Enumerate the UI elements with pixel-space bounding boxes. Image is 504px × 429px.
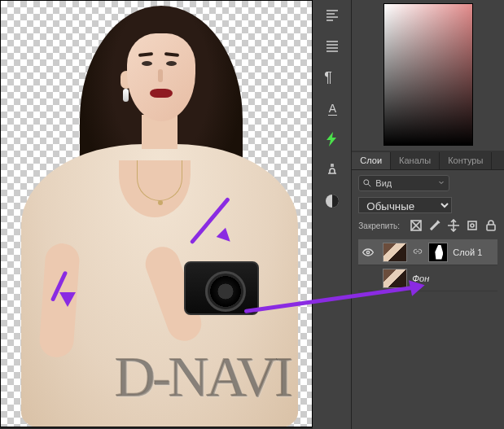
chevron-down-icon	[437, 178, 445, 188]
lock-all-icon[interactable]	[484, 219, 497, 232]
align-icon[interactable]	[313, 0, 352, 31]
mask-thumbnail[interactable]	[428, 243, 448, 262]
layer-name[interactable]: Слой 1	[453, 247, 482, 257]
svg-point-1	[364, 180, 369, 185]
svg-point-4	[471, 224, 474, 227]
character-icon[interactable]: A	[313, 93, 352, 124]
tab-layers[interactable]: Слои	[352, 152, 391, 169]
visibility-toggle[interactable]	[358, 241, 378, 264]
blend-mode-select[interactable]: Обычные	[358, 197, 452, 213]
justify-icon[interactable]	[313, 31, 352, 62]
layer-thumbnail[interactable]	[383, 243, 407, 262]
camera-prop	[184, 261, 259, 315]
lock-transparency-icon[interactable]	[410, 219, 423, 232]
paragraph-icon[interactable]: ¶	[313, 62, 352, 93]
link-icon	[412, 247, 423, 257]
flash-icon[interactable]	[313, 124, 352, 155]
tab-paths[interactable]: Контуры	[440, 152, 492, 169]
swatches-icon[interactable]	[313, 186, 352, 217]
layer-row[interactable]: Фон	[358, 265, 497, 291]
panel-tabs: Слои Каналы Контуры	[352, 151, 504, 170]
clone-stamp-icon[interactable]	[313, 155, 352, 186]
layer-filter-select[interactable]: Вид	[358, 175, 449, 191]
svg-point-6	[367, 251, 370, 253]
lock-position-icon[interactable]	[447, 219, 460, 232]
layer-filter-label: Вид	[375, 178, 392, 188]
color-field[interactable]	[383, 3, 473, 146]
layers-list: Слой 1 Фон	[358, 239, 497, 291]
lock-label: Закрепить:	[358, 221, 400, 230]
svg-rect-5	[487, 225, 495, 230]
panels-area: Слои Каналы Контуры Вид Обычные Закрепит…	[352, 0, 504, 429]
color-picker-panel	[352, 0, 504, 151]
document-canvas[interactable]: D-NAVI	[0, 0, 313, 427]
layer-name[interactable]: Фон	[412, 274, 429, 283]
tool-strip: ¶ A	[313, 0, 352, 429]
visibility-toggle[interactable]	[358, 267, 378, 290]
layer-thumbnail[interactable]	[383, 269, 407, 288]
tab-channels[interactable]: Каналы	[391, 152, 440, 169]
lock-pixels-icon[interactable]	[428, 219, 441, 232]
eye-icon	[362, 246, 375, 259]
layers-panel: Вид Обычные Закрепить:	[352, 170, 504, 429]
lock-artboard-icon[interactable]	[466, 219, 479, 232]
watermark-text: D-NAVI	[115, 345, 291, 410]
search-icon	[362, 178, 372, 188]
svg-rect-3	[468, 221, 476, 230]
layer-row[interactable]: Слой 1	[358, 239, 497, 265]
